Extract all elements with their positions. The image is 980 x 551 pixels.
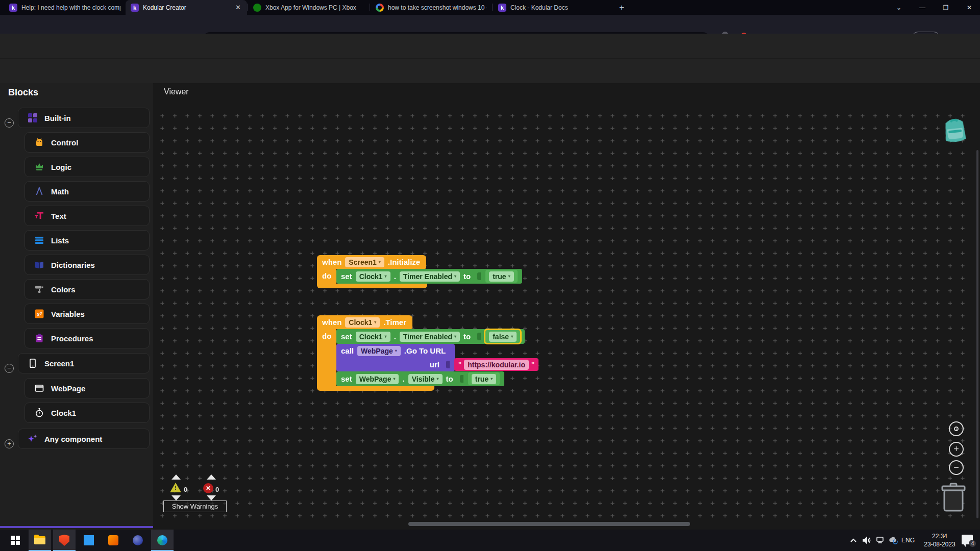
sidebar-item-control[interactable]: Control — [24, 132, 150, 153]
expand-any-component-icon[interactable]: + — [5, 439, 14, 448]
colors-icon — [34, 284, 44, 294]
window-restore-button[interactable]: ❐ — [934, 0, 958, 15]
tray-onedrive-icon[interactable] — [888, 535, 898, 545]
warning-down-arrow-icon[interactable] — [172, 495, 181, 500]
tab-kodular-docs[interactable]: k Clock - Kodular Docs — [493, 0, 615, 15]
sidebar-item-procedures[interactable]: Procedures — [24, 328, 150, 348]
collapse-builtin-icon[interactable]: − — [5, 118, 14, 128]
property-dropdown[interactable]: Visible▾ — [408, 374, 443, 384]
component-dropdown[interactable]: WebPage▾ — [356, 374, 399, 384]
component-dropdown[interactable]: Clock1▾ — [356, 332, 390, 342]
error-count: 0 — [215, 486, 219, 493]
event-block-header[interactable]: when Screen1▾ .Initialize — [317, 255, 426, 269]
taskbar-edge[interactable] — [151, 530, 174, 551]
tab-search-icon[interactable]: ⌄ — [887, 0, 911, 15]
taskbar-file-explorer[interactable] — [29, 530, 51, 551]
browser-tab-strip: k Help: I need help with the clock comp … — [0, 0, 980, 15]
file-explorer-icon — [34, 536, 45, 544]
sidebar-item-webpage[interactable]: WebPage — [24, 378, 150, 398]
kodular-favicon: k — [498, 4, 506, 12]
page-scrollbar[interactable] — [976, 150, 978, 518]
taskbar-vscode[interactable] — [78, 530, 100, 551]
property-dropdown[interactable]: Timer Enabled▾ — [400, 271, 460, 282]
component-dropdown[interactable]: WebPage▾ — [357, 346, 401, 356]
sidebar-item-any-component[interactable]: Any component — [18, 429, 150, 449]
error-circle-icon: ✕ — [203, 483, 213, 493]
sidebar-item-lists[interactable]: Lists — [24, 230, 150, 251]
sidebar-item-screen1[interactable]: Screen1 — [18, 353, 150, 373]
backpack-icon[interactable] — [939, 112, 972, 149]
tray-clock[interactable]: 22:34 23-08-2023 — [922, 532, 958, 548]
set-block[interactable]: set WebPage▾ . Visible▾ to true▾ — [336, 371, 504, 386]
boolean-false-block-selected[interactable]: false▾ — [485, 330, 520, 343]
notification-badge: 4 — [969, 540, 976, 547]
tab-help-clock[interactable]: k Help: I need help with the clock comp — [4, 0, 126, 15]
sidebar-item-variables[interactable]: xy Variables — [24, 304, 150, 324]
tab-close-icon[interactable]: ✕ — [234, 4, 242, 11]
tray-network-icon[interactable] — [875, 535, 885, 545]
taskbar-brave[interactable] — [53, 530, 76, 551]
warning-count: 0 — [184, 486, 187, 493]
tray-chevron-up-icon[interactable] — [848, 535, 859, 545]
start-button[interactable] — [4, 530, 27, 551]
zoom-out-icon[interactable]: − — [949, 460, 964, 475]
kodular-favicon: k — [131, 4, 139, 12]
logic-icon — [34, 162, 44, 172]
sidebar-item-clock1[interactable]: Clock1 — [24, 403, 150, 423]
tab-xbox[interactable]: Xbox App for Windows PC | Xbox — [248, 0, 370, 15]
window-minimize-button[interactable]: — — [911, 0, 934, 15]
center-blocks-icon[interactable] — [949, 421, 964, 436]
trash-icon[interactable] — [940, 482, 967, 516]
sidebar-item-math[interactable]: Math — [24, 181, 150, 202]
tab-separator — [247, 4, 248, 11]
tab-screenshot-search[interactable]: how to take screenshot windows 10 - — [371, 0, 492, 15]
sidebar-item-logic[interactable]: Logic — [24, 157, 150, 177]
sidebar-item-builtin[interactable]: Built-in — [18, 108, 150, 128]
webpage-icon — [34, 383, 44, 393]
window-close-button[interactable]: ✕ — [958, 0, 980, 15]
svg-text:x: x — [37, 312, 40, 317]
collapse-screen1-icon[interactable]: − — [5, 364, 14, 373]
horizontal-scrollbar[interactable] — [408, 522, 690, 526]
sidebar-item-text[interactable]: Text — [24, 206, 150, 226]
error-down-arrow-icon[interactable] — [207, 495, 216, 500]
component-dropdown[interactable]: Clock1▾ — [345, 317, 380, 328]
sidebar-item-colors[interactable]: Colors — [24, 279, 150, 299]
block-when-clock1-timer[interactable]: when Clock1▾ .Timer do set Clock1▾ . Tim… — [317, 315, 525, 391]
vscode-icon — [84, 535, 94, 545]
event-block-header[interactable]: when Clock1▾ .Timer — [317, 315, 412, 329]
tray-language[interactable]: ENG — [901, 537, 915, 544]
tray-volume-icon[interactable] — [862, 535, 872, 545]
boolean-true-block[interactable]: true▾ — [468, 372, 500, 385]
show-warnings-button[interactable]: Show Warnings — [163, 500, 227, 512]
tab-kodular-creator[interactable]: k Kodular Creator ✕ — [126, 0, 247, 15]
builtin-grid-icon — [28, 113, 38, 123]
sphere-app-icon — [133, 535, 143, 545]
component-dropdown[interactable]: Clock1▾ — [356, 271, 390, 282]
workspace-grid[interactable] — [153, 83, 980, 530]
block-when-screen1-initialize[interactable]: when Screen1▾ .Initialize do set Clock1▾… — [317, 255, 522, 288]
control-icon — [34, 137, 44, 147]
kodular-toolbar: TestApk Screen1⌄ Add Screen+ Copy Screen… — [0, 58, 980, 83]
svg-text:y: y — [40, 311, 42, 315]
text-string-block[interactable]: " https://kodular.io " — [454, 358, 538, 371]
string-value[interactable]: https://kodular.io — [464, 360, 529, 370]
property-dropdown[interactable]: Timer Enabled▾ — [400, 332, 460, 342]
component-dropdown[interactable]: Screen1▾ — [345, 257, 384, 267]
set-block[interactable]: set Clock1▾ . Timer Enabled▾ to false▾ — [336, 329, 525, 344]
sidebar-title: Blocks — [8, 87, 38, 98]
sidebar-item-dictionaries[interactable]: Dictionaries — [24, 255, 150, 275]
viewer-title: Viewer — [164, 87, 189, 96]
tab-separator — [492, 4, 493, 11]
taskbar-firefox[interactable] — [127, 530, 149, 551]
boolean-true-block[interactable]: true▾ — [485, 270, 517, 283]
new-tab-button[interactable]: + — [616, 2, 628, 14]
browser-navbar: creator.kodular.io/#5578292385021952 1 1… — [0, 15, 980, 34]
set-block[interactable]: set Clock1▾ . Timer Enabled▾ to true▾ — [336, 269, 522, 284]
taskbar-app-orange[interactable] — [102, 530, 125, 551]
zoom-in-icon[interactable]: + — [949, 442, 964, 457]
error-up-arrow-icon[interactable] — [207, 474, 216, 480]
brave-icon — [59, 535, 69, 546]
call-block[interactable]: call WebPage▾ .Go To URL url " https://k… — [336, 344, 455, 371]
warning-up-arrow-icon[interactable] — [172, 474, 181, 480]
